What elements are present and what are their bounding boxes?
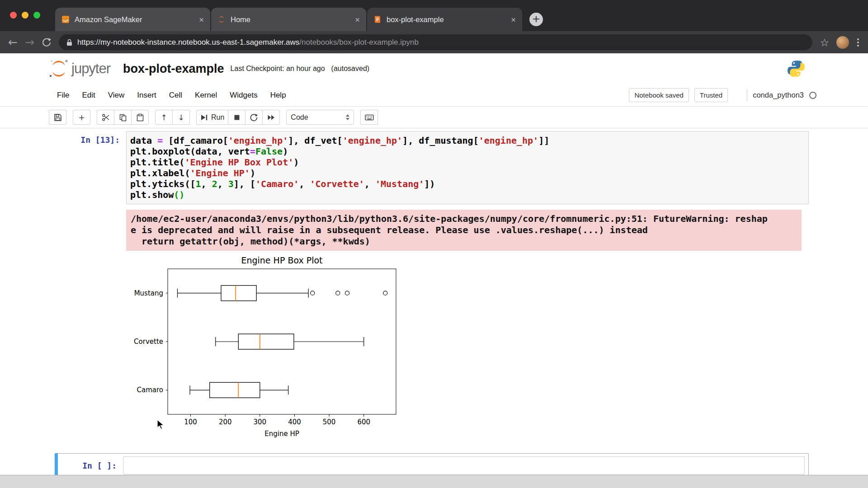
lock-icon: [66, 38, 73, 47]
restart-kernel-button[interactable]: [245, 110, 263, 125]
browser-toolbar: ← → https://my-notebook-instance.noteboo…: [0, 31, 868, 53]
keyboard-icon: [365, 114, 374, 121]
svg-text:600: 600: [357, 418, 370, 426]
jupyter-logo-text[interactable]: jupyter: [71, 61, 110, 77]
forward-icon[interactable]: →: [25, 37, 34, 48]
move-cell-down-button[interactable]: ↓: [172, 110, 190, 125]
jupyter-header: jupyter box-plot-example Last Checkpoint…: [0, 53, 868, 84]
reload-icon[interactable]: [42, 38, 52, 47]
stop-icon: [233, 114, 241, 121]
browser-menu-icon[interactable]: [856, 38, 860, 47]
save-button[interactable]: [49, 110, 66, 125]
svg-text:300: 300: [254, 418, 267, 426]
svg-text:Mustang: Mustang: [134, 289, 163, 297]
notification-area: Notebook saved Trusted conda_python3: [623, 88, 816, 102]
command-palette-button[interactable]: [360, 110, 378, 125]
kernel-idle-indicator-icon: [809, 92, 816, 99]
tab-title: box-plot-example: [387, 15, 506, 24]
tab-title: Amazon SageMaker: [75, 15, 194, 24]
svg-text:200: 200: [219, 418, 232, 426]
svg-text:500: 500: [323, 418, 336, 426]
window-zoom-button[interactable]: [33, 12, 40, 19]
notebook-body: In [13]: data = [df_camaro['engine_hp'],…: [0, 128, 868, 478]
restart-icon: [250, 113, 258, 122]
window-controls: [10, 12, 40, 19]
empty-code-input[interactable]: [123, 456, 805, 474]
output-prompt: [55, 204, 126, 447]
empty-input-prompt: In [ ]:: [55, 461, 123, 470]
svg-text:Corvette: Corvette: [134, 338, 163, 346]
kernel-name: conda_python3: [753, 91, 804, 99]
profile-avatar[interactable]: [836, 36, 849, 49]
paste-cell-button[interactable]: [131, 110, 149, 125]
divider: [747, 89, 747, 101]
code-cell[interactable]: In [13]: data = [df_camaro['engine_hp'],…: [55, 131, 809, 204]
restart-run-all-button[interactable]: [262, 110, 280, 125]
menu-help[interactable]: Help: [264, 87, 292, 103]
interrupt-kernel-button[interactable]: [228, 110, 245, 125]
tab-close-icon[interactable]: ×: [199, 15, 204, 24]
back-icon[interactable]: ←: [8, 37, 18, 48]
menu-edit[interactable]: Edit: [75, 87, 101, 103]
stderr-warning: /home/ec2-user/anaconda3/envs/python3/li…: [126, 210, 802, 251]
autosave-status: (autosaved): [331, 65, 370, 73]
notebook-title[interactable]: box-plot-example: [123, 62, 224, 76]
copy-cell-button[interactable]: [114, 110, 132, 125]
fast-forward-icon: [267, 114, 275, 121]
run-icon: [200, 113, 208, 122]
trusted-badge[interactable]: Trusted: [694, 88, 728, 102]
code-input-area[interactable]: data = [df_camaro['engine_hp'], df_vet['…: [126, 131, 809, 204]
browser-tab-strip: Amazon SageMaker × Home × box-plot-examp…: [0, 0, 868, 31]
input-prompt: In [13]:: [55, 131, 126, 204]
svg-text:Camaro: Camaro: [137, 386, 163, 394]
window-minimize-button[interactable]: [22, 12, 28, 19]
run-cell-button[interactable]: Run: [196, 110, 228, 125]
notebook-toolbar: + ↑ ↓: [0, 107, 868, 128]
address-bar[interactable]: https://my-notebook-instance.notebook.us…: [59, 34, 812, 50]
tab-close-icon[interactable]: ×: [355, 15, 360, 24]
run-label: Run: [211, 113, 224, 122]
notebook-favicon-icon: [373, 15, 382, 23]
empty-code-cell[interactable]: In [ ]:: [55, 453, 809, 478]
url-domain: https://my-notebook-instance.notebook.us…: [77, 38, 299, 47]
output-column: /home/ec2-user/anaconda3/envs/python3/li…: [126, 204, 809, 447]
menu-insert[interactable]: Insert: [131, 87, 163, 103]
cut-cell-button[interactable]: [97, 110, 114, 125]
menu-cell[interactable]: Cell: [163, 87, 189, 103]
copy-icon: [119, 113, 127, 122]
selected-cell-indicator: [55, 453, 58, 478]
aws-favicon-icon: [61, 15, 70, 23]
window-close-button[interactable]: [10, 12, 17, 19]
output-figure: Engine HP Box Plot100200300400500600Engi…: [126, 255, 809, 447]
notebook-menubar: File Edit View Insert Cell Kernel Widget…: [0, 84, 868, 107]
checkpoint-status: Last Checkpoint: an hour ago: [231, 65, 325, 73]
notebook-saved-notification: Notebook saved: [629, 88, 689, 102]
tab-amazon-sagemaker[interactable]: Amazon SageMaker ×: [55, 8, 210, 31]
new-tab-button[interactable]: +: [529, 13, 543, 26]
tab-home[interactable]: Home ×: [211, 8, 366, 31]
tab-close-icon[interactable]: ×: [511, 15, 516, 24]
url-path: /notebooks/box-plot-example.ipynb: [299, 38, 419, 47]
menu-file[interactable]: File: [51, 87, 75, 103]
menu-view[interactable]: View: [102, 87, 131, 103]
svg-text:100: 100: [184, 418, 197, 426]
select-arrows-icon: [346, 114, 349, 120]
tab-list: Amazon SageMaker × Home × box-plot-examp…: [55, 8, 522, 31]
cell-type-select[interactable]: Code: [286, 110, 354, 125]
svg-text:400: 400: [288, 418, 301, 426]
menu-kernel[interactable]: Kernel: [189, 87, 223, 103]
insert-cell-below-button[interactable]: +: [73, 110, 90, 125]
menu-widgets[interactable]: Widgets: [223, 87, 264, 103]
output-area: /home/ec2-user/anaconda3/envs/python3/li…: [55, 204, 809, 447]
bookmark-star-icon[interactable]: ☆: [820, 37, 829, 48]
python-logo-icon: [787, 59, 806, 78]
move-cell-up-button[interactable]: ↑: [155, 110, 173, 125]
cell-type-value: Code: [291, 113, 308, 122]
svg-text:Engine HP: Engine HP: [264, 430, 299, 438]
paste-icon: [136, 113, 144, 122]
window-bottom-strip: [0, 475, 868, 488]
tab-box-plot-example[interactable]: box-plot-example ×: [367, 8, 522, 31]
scissors-icon: [102, 113, 110, 122]
tab-title: Home: [231, 15, 350, 24]
save-icon: [54, 113, 62, 122]
